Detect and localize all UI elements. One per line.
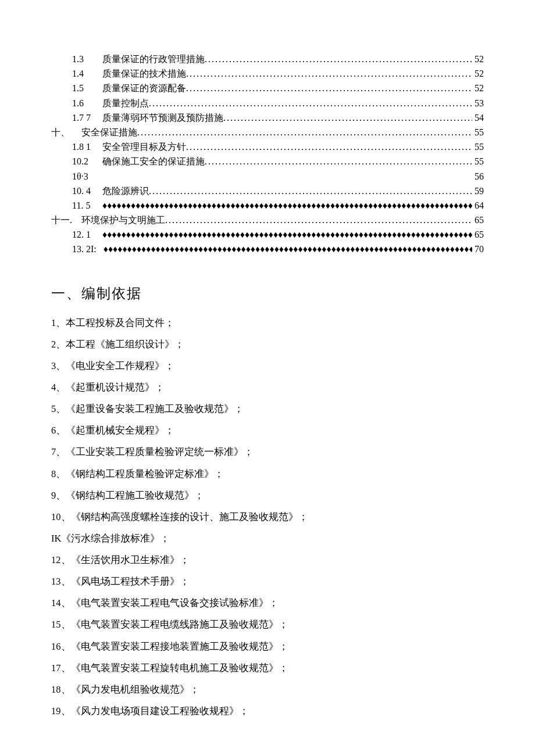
toc-entry-page: 55 xyxy=(472,140,484,153)
toc-entry: 1.7 7质量薄弱环节预测及预防措施54 xyxy=(51,111,484,124)
toc-leader xyxy=(223,111,472,124)
toc-leader xyxy=(104,242,472,256)
list-item: 16、《电气装置安装工程接地装置施工及验收规范》； xyxy=(51,636,484,657)
toc-entry-number: 11. 5 xyxy=(72,199,102,212)
toc-entry: 11. 564 xyxy=(51,199,484,212)
toc-entry-number: 1.4 xyxy=(72,67,102,80)
toc-entry-page: 52 xyxy=(472,81,484,95)
toc-entry: 十、安全保证措施55 xyxy=(51,126,484,139)
toc-entry-page: 52 xyxy=(472,52,484,66)
toc-entry-page: 55 xyxy=(472,126,484,139)
toc-entry: 10. 4危险源辨识59 xyxy=(51,184,484,198)
toc-entry-page: 56 xyxy=(472,170,484,183)
toc-entry: 12. 165 xyxy=(51,228,484,241)
list-item: 13、《风电场工程技术手册》； xyxy=(51,571,484,592)
list-item: 5、《起重设备安装工程施工及验收规范》； xyxy=(51,398,484,420)
toc-entry: 1.6质量控制点53 xyxy=(51,96,484,110)
toc-entry: 10.2确保施工安全的保证措施55 xyxy=(51,155,484,168)
toc-entry-page: 53 xyxy=(472,96,484,110)
toc-entry-number: 1θ·3 xyxy=(72,170,102,183)
toc-entry-title: 质量保证的资源配备 xyxy=(102,81,186,95)
toc-leader xyxy=(186,140,472,153)
toc-entry-page: 65 xyxy=(472,228,484,241)
reference-list: 1、本工程投标及合同文件；2、本工程《施工组织设计》；3、《电业安全工作规程》；… xyxy=(51,312,484,722)
toc-entry-number: 十、 xyxy=(51,126,81,139)
toc-leader xyxy=(186,81,472,95)
toc-leader xyxy=(137,126,472,139)
toc-leader xyxy=(205,155,472,168)
toc-entry-title: 确保施工安全的保证措施 xyxy=(102,155,205,168)
toc-entry-title: 质量保证的行政管理措施 xyxy=(102,52,205,66)
toc-entry: 1.5质量保证的资源配备52 xyxy=(51,81,484,95)
list-item: 19、《风力发电场项目建设工程验收规程》； xyxy=(51,700,484,722)
toc-entry-number: 十一. xyxy=(51,213,81,227)
document-page: 1.3质量保证的行政管理措施521.4质量保证的技术措施521.5质量保证的资源… xyxy=(0,0,535,756)
list-item: 4、《起重机设计规范》； xyxy=(51,377,484,398)
toc-entry-number: 1.8 1 xyxy=(72,140,102,153)
toc-entry: 1θ·356 xyxy=(51,170,484,183)
list-item: IK《污水综合排放标准》； xyxy=(51,528,484,549)
list-item: 15、《电气装置安装工程电缆线路施工及验收规范》； xyxy=(51,614,484,635)
table-of-contents: 1.3质量保证的行政管理措施521.4质量保证的技术措施521.5质量保证的资源… xyxy=(51,52,484,256)
toc-entry-title: 安全保证措施 xyxy=(81,126,137,139)
toc-entry-page: 52 xyxy=(472,67,484,80)
toc-entry-page: 64 xyxy=(472,199,484,212)
list-item: 12、《生活饮用水卫生标准》； xyxy=(51,549,484,571)
toc-leader xyxy=(102,228,472,241)
toc-entry-number: 1.7 7 xyxy=(72,111,102,124)
toc-leader xyxy=(186,67,472,80)
toc-leader xyxy=(165,213,472,227)
toc-entry-number: 1.3 xyxy=(72,52,102,66)
list-item: 10、《钢结构高强度螺栓连接的设计、施工及验收规范》； xyxy=(51,506,484,528)
toc-entry: 1.3质量保证的行政管理措施52 xyxy=(51,52,484,66)
list-item: 18、《风力发电机组验收规范》； xyxy=(51,679,484,700)
toc-entry-number: 12. 1 xyxy=(72,228,102,241)
toc-entry: 13. 2I:70 xyxy=(51,242,484,256)
toc-entry-number: 1.6 xyxy=(72,96,102,110)
list-item: 9、《钢结构工程施工验收规范》； xyxy=(51,485,484,506)
toc-entry: 1.8 1安全管理目标及方针55 xyxy=(51,140,484,153)
toc-entry-page: 65 xyxy=(472,213,484,227)
toc-entry-number: 10.2 xyxy=(72,155,102,168)
toc-entry-title: 质量薄弱环节预测及预防措施 xyxy=(102,111,223,124)
toc-entry: 十一.环境保护与文明施工65 xyxy=(51,213,484,227)
toc-entry-title: 环境保护与文明施工 xyxy=(81,213,165,227)
toc-entry-title: 质量控制点 xyxy=(102,96,149,110)
toc-entry-title: 安全管理目标及方针 xyxy=(102,140,186,153)
section-heading: 一、编制依据 xyxy=(51,284,484,303)
toc-leader xyxy=(205,52,472,66)
list-item: 7、《工业安装工程质量检验评定统一标准》； xyxy=(51,441,484,463)
toc-leader xyxy=(102,199,472,212)
list-item: 17、《电气装置安装工程旋转电机施工及验收规范》； xyxy=(51,657,484,679)
toc-entry: 1.4质量保证的技术措施52 xyxy=(51,67,484,80)
list-item: 2、本工程《施工组织设计》； xyxy=(51,334,484,355)
list-item: 14、《电气装置安装工程电气设备交接试验标准》； xyxy=(51,592,484,614)
list-item: 6、《起重机械安全规程》； xyxy=(51,420,484,441)
list-item: 3、《电业安全工作规程》； xyxy=(51,355,484,377)
toc-entry-number: 10. 4 xyxy=(72,184,102,198)
toc-entry-page: 59 xyxy=(472,184,484,198)
toc-entry-number: 13. 2I: xyxy=(72,242,104,256)
list-item: 1、本工程投标及合同文件； xyxy=(51,312,484,334)
toc-entry-page: 54 xyxy=(472,111,484,124)
toc-leader xyxy=(149,184,472,198)
toc-entry-number: 1.5 xyxy=(72,81,102,95)
toc-leader xyxy=(149,96,472,110)
toc-entry-page: 55 xyxy=(472,155,484,168)
toc-entry-title: 危险源辨识 xyxy=(102,184,149,198)
toc-leader xyxy=(102,170,472,183)
toc-entry-page: 70 xyxy=(472,242,484,256)
toc-entry-title: 质量保证的技术措施 xyxy=(102,67,186,80)
list-item: 8、《钢结构工程质量检验评定标准》； xyxy=(51,463,484,485)
